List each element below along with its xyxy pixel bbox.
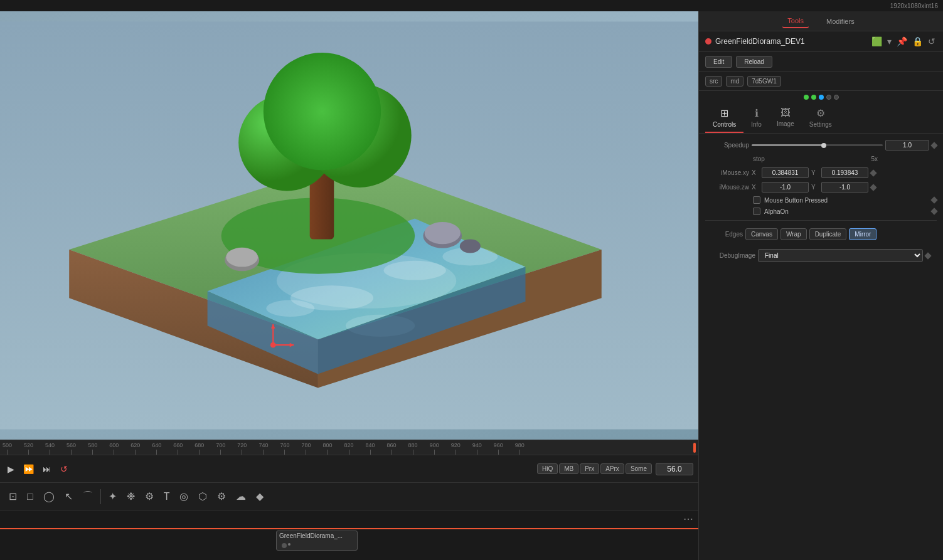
mb-button[interactable]: MB: [559, 463, 578, 474]
green-square-icon[interactable]: 🟩: [870, 35, 883, 48]
debug-image-select[interactable]: Final Albedo Normal Depth: [758, 249, 923, 262]
wrap-button[interactable]: Wrap: [781, 228, 807, 240]
duplicate-button[interactable]: Duplicate: [809, 228, 847, 240]
imouse-xy-diamond[interactable]: [870, 169, 876, 176]
canvas-button[interactable]: Canvas: [745, 228, 778, 240]
mouse-button-pressed-diamond[interactable]: [930, 196, 937, 203]
sparkle-tool[interactable]: ✦: [105, 488, 120, 505]
gear-tool[interactable]: ⚙: [141, 488, 157, 505]
transport-bar: ▶ ⏩ ⏭ ↺ HiQ MB Prx APrx Some 56.0: [0, 455, 698, 482]
step-forward-button[interactable]: ⏩: [21, 462, 36, 477]
aprx-button[interactable]: APrx: [600, 463, 624, 474]
timeline-track: [0, 528, 698, 529]
alpha-on-row: AlphaOn: [705, 208, 937, 215]
controls-section: Speedup 1.0 stop 5x iMouse.xy X: [699, 134, 943, 560]
imouse-zw-diamond[interactable]: [870, 184, 876, 191]
mouse-button-pressed-label: Mouse Button Pressed: [764, 197, 828, 204]
mouse-button-pressed-row: Mouse Button Pressed: [705, 196, 937, 204]
alpha-on-diamond[interactable]: [930, 208, 937, 214]
speedup-diamond[interactable]: [930, 142, 937, 149]
timeline-more-button[interactable]: ⋯: [683, 513, 693, 525]
settings-icon: ⚙: [816, 107, 825, 119]
svg-point-19: [226, 248, 258, 267]
debug-image-label: DebugImage: [711, 252, 755, 259]
imouse-zw-y-label: Y: [811, 184, 819, 191]
mirror-button[interactable]: Mirror: [849, 228, 876, 240]
edit-button[interactable]: Edit: [705, 56, 732, 68]
mouse-button-pressed-checkbox[interactable]: [753, 196, 760, 204]
pin-icon[interactable]: 📌: [895, 35, 908, 48]
particle-tool[interactable]: ❉: [123, 488, 139, 505]
md-tag[interactable]: md: [726, 76, 743, 87]
rect-tool[interactable]: □: [23, 489, 37, 505]
loop-button[interactable]: ↺: [58, 462, 70, 477]
main-area: (function(){ const marks = [500,520,540,…: [0, 11, 943, 560]
panel-header: GreenFieldDiorama_DEV1 🟩 ▾ 📌 🔒 ↺: [699, 31, 943, 52]
stop-row: stop 5x: [705, 156, 937, 162]
some-button[interactable]: Some: [626, 463, 652, 474]
dot-4: [826, 95, 831, 100]
clip-label: GreenFieldDiorama_...: [279, 532, 343, 539]
scene-svg: [0, 11, 698, 440]
title-bar: 1920x1080xint16: [0, 0, 943, 11]
sub-tab-image[interactable]: 🖼 Image: [769, 103, 802, 133]
panel-tabs: Tools Modifiers: [699, 11, 943, 31]
prx-button[interactable]: Prx: [580, 463, 599, 474]
controls-label: Controls: [713, 121, 736, 128]
chevron-down-icon[interactable]: ▾: [886, 35, 893, 48]
speedup-row: Speedup 1.0: [705, 140, 937, 151]
imouse-zw-x-value[interactable]: [762, 182, 809, 193]
radial-tool[interactable]: ◎: [176, 488, 192, 505]
cloud-tool[interactable]: ☁: [232, 488, 250, 505]
imouse-zw-y-value[interactable]: [821, 182, 868, 193]
settings-label: Settings: [809, 121, 832, 128]
ruler-marks: (function(){ const marks = [500,520,540,…: [0, 440, 536, 455]
settings-tool[interactable]: ⚙: [213, 488, 230, 505]
5x-label: 5x: [871, 156, 878, 162]
diamond-tool[interactable]: ◆: [252, 488, 267, 505]
debug-image-diamond[interactable]: [924, 252, 931, 259]
lock-icon[interactable]: 🔒: [911, 35, 924, 48]
imouse-xy-y-value[interactable]: [821, 167, 868, 178]
speedup-fill: [752, 144, 824, 146]
viewport-canvas[interactable]: [0, 11, 698, 440]
alpha-on-checkbox[interactable]: [753, 208, 760, 215]
speedup-slider[interactable]: [752, 144, 883, 146]
sub-tab-controls[interactable]: ⊞ Controls: [705, 103, 743, 133]
id-tag[interactable]: 7d5GW1: [747, 76, 781, 87]
src-tag[interactable]: src: [705, 76, 722, 87]
text-tool[interactable]: T: [160, 489, 174, 505]
speedup-thumb[interactable]: [821, 143, 826, 148]
circle-tool[interactable]: ◯: [40, 488, 58, 505]
hiq-button[interactable]: HiQ: [537, 463, 558, 474]
sub-tab-settings[interactable]: ⚙ Settings: [802, 103, 839, 133]
timeline-clip[interactable]: GreenFieldDiorama_...: [276, 531, 358, 551]
sub-tab-info[interactable]: ℹ Info: [743, 103, 769, 133]
tab-tools[interactable]: Tools: [782, 14, 809, 28]
curve-tool[interactable]: ⌒: [79, 487, 97, 505]
speedup-value[interactable]: 1.0: [885, 140, 929, 151]
stop-label: stop: [753, 156, 868, 162]
imouse-zw-row: iMouse.zw X Y: [705, 182, 937, 193]
tab-modifiers[interactable]: Modifiers: [821, 15, 860, 28]
imouse-xy-x-value[interactable]: [762, 167, 809, 178]
section-divider: [705, 220, 937, 221]
frame-display[interactable]: 56.0: [656, 463, 693, 475]
refresh-icon[interactable]: ↺: [927, 35, 937, 48]
svg-point-27: [270, 342, 276, 348]
imouse-xy-y-label: Y: [811, 169, 819, 176]
quality-buttons: HiQ MB Prx APrx Some: [537, 463, 652, 474]
svg-point-8: [266, 300, 314, 317]
reload-button[interactable]: Reload: [736, 56, 772, 68]
select-tool[interactable]: ⊡: [5, 488, 21, 505]
svg-point-22: [460, 240, 481, 253]
play-button[interactable]: ▶: [5, 462, 17, 477]
svg-point-7: [384, 261, 446, 280]
tools-bar: ⊡ □ ◯ ↖ ⌒ ✦ ❉ ⚙ T ◎ ⬡ ⚙ ☁ ◆: [0, 482, 698, 510]
viewport-area: (function(){ const marks = [500,520,540,…: [0, 11, 698, 560]
panel-header-icons: 🟩 ▾ 📌 🔒 ↺: [870, 35, 937, 48]
arrow-tool[interactable]: ↖: [61, 488, 77, 505]
hex-tool[interactable]: ⬡: [194, 488, 211, 505]
skip-end-button[interactable]: ⏭: [40, 462, 54, 477]
svg-point-21: [425, 222, 461, 244]
